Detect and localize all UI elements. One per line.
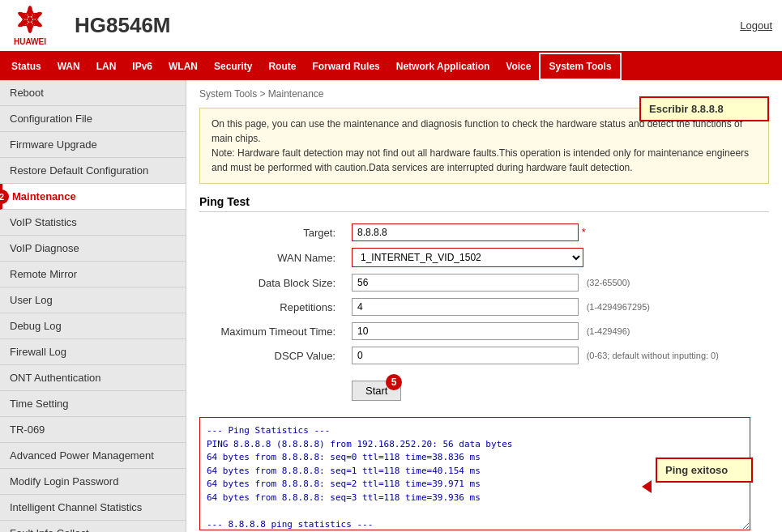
badge-5: 5	[386, 374, 402, 390]
dscp-hint: (0-63; default without inputting: 0)	[587, 351, 719, 360]
device-name: HG8546M	[66, 13, 740, 38]
sidebar-item-voip-stats[interactable]: VoIP Statistics	[0, 210, 186, 236]
sidebar-item-restore[interactable]: Restore Default Configuration	[0, 158, 186, 184]
tooltip-escribir: Escribir 8.8.8.8	[639, 96, 769, 121]
form-row-wan: WAN Name: 1_INTERNET_R_VID_1502 4 Escoge…	[199, 245, 769, 270]
sidebar-item-power-mgmt[interactable]: Advanced Power Management	[0, 443, 186, 469]
sidebar-item-ont-auth[interactable]: ONT Authentication	[0, 365, 186, 391]
blocksize-label: Data Block Size:	[199, 270, 345, 295]
nav-status[interactable]: Status	[3, 53, 49, 80]
sidebar-item-config-file[interactable]: Configuration File	[0, 106, 186, 132]
output-section: 6 Ping exitoso	[199, 417, 769, 532]
repetitions-input[interactable]	[352, 298, 579, 316]
sidebar-item-remote-mirror[interactable]: Remote Mirror	[0, 262, 186, 287]
form-row-repetitions: Repetitions: (1-4294967295)	[199, 295, 769, 319]
target-input[interactable]	[352, 223, 579, 241]
nav-wlan[interactable]: WLAN	[160, 53, 206, 80]
svg-point-3	[28, 17, 32, 22]
logo-area: HUAWEI	[10, 5, 50, 46]
sidebar-item-maintenance[interactable]: Maintenance 2	[0, 184, 186, 210]
sidebar-badge-2: 2	[0, 189, 9, 204]
timeout-label: Maximum Timeout Time:	[199, 319, 345, 343]
form-row-blocksize: Data Block Size: (32-65500)	[199, 270, 769, 295]
nav-bar: Status WAN LAN IPv6 WLAN Security Route …	[0, 53, 782, 80]
ping-test-title: Ping Test	[199, 195, 769, 212]
repetitions-label: Repetitions:	[199, 295, 345, 319]
sidebar: Reboot Configuration File Firmware Upgra…	[0, 80, 186, 532]
sidebar-item-channel-stats[interactable]: Intelligent Channel Statistics	[0, 495, 186, 521]
tooltip-ping-ok: Ping exitoso	[656, 458, 753, 483]
nav-lan[interactable]: LAN	[88, 53, 125, 80]
blocksize-hint: (32-65500)	[587, 278, 630, 287]
info-line1: On this page, you can use the maintenanc…	[212, 118, 742, 144]
target-label: Target:	[199, 220, 345, 245]
svg-point-7	[28, 22, 32, 33]
svg-point-4	[28, 6, 32, 17]
form-row-target: Target: *	[199, 220, 769, 245]
sidebar-item-firmware[interactable]: Firmware Upgrade	[0, 132, 186, 158]
dscp-input[interactable]	[352, 347, 579, 364]
main-content: System Tools > Maintenance On this page,…	[186, 80, 782, 532]
brand-label: HUAWEI	[14, 37, 46, 46]
sidebar-item-user-log[interactable]: User Log	[0, 287, 186, 313]
nav-wan[interactable]: WAN	[49, 53, 88, 80]
logout-button[interactable]: Logout	[740, 19, 772, 32]
form-row-dscp: DSCP Value: (0-63; default without input…	[199, 343, 769, 368]
main-layout: Reboot Configuration File Firmware Upgra…	[0, 80, 782, 532]
sidebar-item-debug-log[interactable]: Debug Log	[0, 313, 186, 339]
nav-ipv6[interactable]: IPv6	[124, 53, 160, 80]
sidebar-item-tr069[interactable]: TR-069	[0, 417, 186, 443]
header: HUAWEI HG8546M Logout	[0, 0, 782, 53]
target-required: *	[582, 226, 586, 238]
sidebar-item-reboot[interactable]: Reboot	[0, 80, 186, 106]
nav-system-tools[interactable]: System Tools	[539, 53, 621, 80]
sidebar-item-fault-info[interactable]: Fault Info Collect	[0, 521, 186, 532]
timeout-input[interactable]	[352, 322, 579, 340]
nav-forward-rules[interactable]: Forward Rules	[304, 53, 387, 80]
nav-voice[interactable]: Voice	[498, 53, 539, 80]
wan-select[interactable]: 1_INTERNET_R_VID_1502	[352, 248, 583, 267]
dscp-label: DSCP Value:	[199, 343, 345, 368]
timeout-hint: (1-429496)	[587, 326, 630, 336]
arrow-6	[642, 480, 652, 493]
repetitions-hint: (1-4294967295)	[587, 302, 650, 312]
sidebar-item-firewall-log[interactable]: Firewall Log	[0, 339, 186, 365]
start-button-area: Start 5	[199, 376, 769, 409]
info-section: On this page, you can use the maintenanc…	[199, 108, 769, 184]
sidebar-item-voip-diagnose[interactable]: VoIP Diagnose	[0, 236, 186, 262]
sidebar-item-time-setting[interactable]: Time Setting	[0, 391, 186, 417]
sidebar-item-modify-password[interactable]: Modify Login Password	[0, 469, 186, 495]
info-line2: Note: Hardware fault detection may not f…	[212, 147, 749, 173]
nav-route[interactable]: Route	[260, 53, 304, 80]
huawei-logo	[10, 5, 50, 37]
wan-label: WAN Name:	[199, 245, 345, 270]
blocksize-input[interactable]	[352, 274, 579, 292]
nav-network-app[interactable]: Network Application	[388, 53, 498, 80]
form-row-timeout: Maximum Timeout Time: (1-429496)	[199, 319, 769, 343]
nav-security[interactable]: Security	[206, 53, 260, 80]
ping-form: Target: * WAN Name: 1_INTERNET_R_VID_150…	[199, 220, 769, 368]
